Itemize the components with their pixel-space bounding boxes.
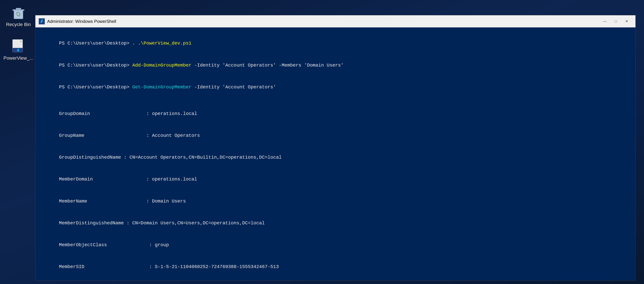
window-controls: — □ ✕ — [600, 17, 632, 26]
terminal-content[interactable]: PS C:\Users\user\Desktop> . .\PowerView_… — [36, 27, 636, 280]
terminal-line-3: PS C:\Users\user\Desktop> Get-DomainGrou… — [42, 76, 629, 98]
field-group-distinguished-name: GroupDistinguishedName : CN=Account Oper… — [42, 147, 629, 168]
maximize-button[interactable]: □ — [610, 17, 621, 26]
powershell-title-icon — [39, 18, 45, 24]
svg-rect-0 — [14, 10, 23, 19]
spacer-2 — [42, 278, 629, 280]
terminal-line-2: PS C:\Users\user\Desktop> Add-DomainGrou… — [42, 54, 629, 76]
recycle-bin-label: Recycle Bin — [6, 22, 31, 27]
field-member-distinguished-name: MemberDistinguishedName : CN=Domain User… — [42, 212, 629, 234]
field-group-domain: GroupDomain : operations.local — [42, 103, 629, 125]
field-member-sid: MemberSID : S-1-5-21-1104060252-72476938… — [42, 256, 629, 278]
title-bar: Administrator: Windows PowerShell — □ ✕ — [36, 15, 636, 27]
powerview-file-icon — [11, 39, 26, 54]
powerview-label: PowerView_... — [4, 55, 33, 61]
powershell-window: Administrator: Windows PowerShell — □ ✕ … — [35, 15, 636, 281]
terminal-line-1: PS C:\Users\user\Desktop> . .\PowerView_… — [42, 33, 629, 54]
field-member-domain: MemberDomain : operations.local — [42, 168, 629, 190]
field-member-object-class: MemberObjectClass : group — [42, 234, 629, 256]
field-member-name: MemberName : Domain Users — [42, 190, 629, 212]
recycle-bin-icon — [11, 5, 26, 20]
close-button[interactable]: ✕ — [621, 17, 632, 26]
spacer-1 — [42, 98, 629, 103]
svg-rect-2 — [16, 8, 21, 10]
recycle-bin-desktop-icon[interactable]: Recycle Bin — [3, 3, 34, 29]
minimize-button[interactable]: — — [600, 17, 610, 26]
field-group-name: GroupName : Account Operators — [42, 125, 629, 147]
powerview-desktop-icon[interactable]: PowerView_... — [3, 37, 34, 63]
window-title: Administrator: Windows PowerShell — [47, 19, 600, 24]
